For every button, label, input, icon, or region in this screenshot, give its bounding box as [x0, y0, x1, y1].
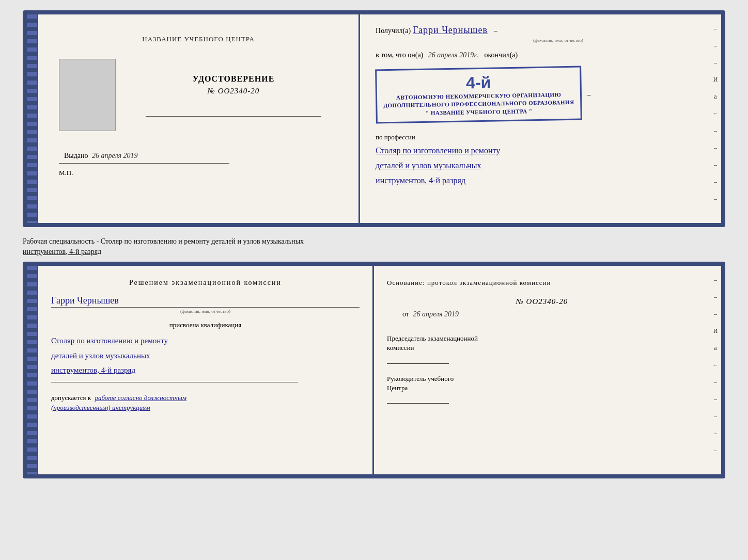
predsedatel-block: Председатель экзаменационной комиссии [387, 334, 697, 363]
vtom-date: 26 апреля 2019г. [428, 51, 478, 59]
okonchil-label: окончил(а) [485, 51, 518, 59]
profession-line2: деталей и узлов музыкальных [376, 158, 699, 173]
mp-label: М.П. [59, 169, 73, 177]
rukovoditel-signature-line [387, 403, 449, 404]
bottom-fio-label: (фамилия, имя, отчество) [51, 307, 360, 314]
vydano-date: 26 апреля 2019 [92, 152, 137, 159]
bottom-left-panel: Решением экзаменационной комиссии Гарри … [27, 266, 374, 474]
diploma-number: № OO2340-20 [208, 87, 260, 95]
diploma-right-content: Получил(а) Гарри Чернышев – (фамилия, им… [376, 25, 699, 188]
profession-line3: инструментов, 4-й разряд [376, 173, 699, 188]
ot-date-block: от 26 апреля 2019 [387, 310, 697, 318]
udostoverenie-label: УДОСТОВЕРЕНИЕ [193, 74, 275, 84]
bottom-left-strip [27, 266, 38, 474]
vydano-line: Выдано 26 апреля 2019 [64, 152, 343, 160]
qualification-line2: деталей и узлов музыкальных [51, 348, 360, 363]
qualification-line1: Столяр по изготовлению и ремонту [51, 333, 360, 348]
poluchil-line: Получил(а) Гарри Чернышев – [376, 25, 699, 36]
photo-placeholder [59, 59, 116, 131]
bottom-right-content: Основание: протокол экзаменационной коми… [387, 279, 697, 404]
stamp-4y-text: 4-й [383, 72, 574, 94]
subtitle-line1: Рабочая специальность - Столяр по изгото… [23, 237, 304, 245]
resheniyem-label: Решением экзаменационной комиссии [51, 279, 360, 287]
predsedatel-label: Председатель экзаменационной комиссии [387, 334, 697, 353]
qualification-line3: инструментов, 4-й разряд [51, 363, 360, 378]
vtom-label: в том, что он(а) [376, 51, 423, 59]
dopuskaetsya-prefix: допускается к [51, 394, 91, 402]
bottom-document: Решением экзаменационной комиссии Гарри … [23, 262, 725, 478]
diploma-document: НАЗВАНИЕ УЧЕБНОГО ЦЕНТРА УДОСТОВЕРЕНИЕ №… [23, 10, 725, 227]
left-decorative-strip [27, 14, 38, 223]
bottom-right-side-dashes: – – – И а ← – – – – – [710, 266, 721, 474]
dash-2: – [587, 91, 590, 99]
bottom-name-handwriting: Гарри Чернышев [51, 295, 360, 306]
bottom-right-panel: Основание: протокол экзаменационной коми… [374, 266, 721, 474]
po-professii-label: по профессии [376, 133, 699, 141]
protocol-number: № OO2340-20 [387, 297, 697, 306]
fio-subtitle-1: (фамилия, имя, отчество) [417, 38, 699, 43]
recipient-name: Гарри Чернышев [413, 25, 488, 36]
ot-date-value: 26 апреля 2019 [413, 310, 458, 318]
dopuskaetsya-block: допускается к работе согласно должностны… [51, 393, 360, 413]
right-side-dashes: – – – И а ← – – – – – [710, 14, 721, 223]
diploma-left-content: НАЗВАНИЕ УЧЕБНОГО ЦЕНТРА УДОСТОВЕРЕНИЕ №… [54, 30, 343, 177]
poluchil-label: Получил(а) [376, 27, 411, 35]
stamp-block: 4-й АВТОНОМНУЮ НЕКОММЕРЧЕСКУЮ ОРГАНИЗАЦИ… [375, 66, 582, 124]
dopuskaetsya-text1: работе согласно должностным [95, 394, 186, 402]
bottom-left-content: Решением экзаменационной комиссии Гарри … [51, 279, 360, 413]
dash-1: – [494, 27, 497, 35]
school-name-title: НАЗВАНИЕ УЧЕБНОГО ЦЕНТРА [142, 35, 254, 43]
vydano-label: Выдано [64, 152, 88, 159]
rukovoditel-block: Руководитель учебного Центра [387, 374, 697, 404]
ot-label: от [402, 310, 409, 318]
diploma-right-panel: Получил(а) Гарри Чернышев – (фамилия, им… [360, 14, 721, 223]
profession-line1: Столяр по изготовлению и ремонту [376, 143, 699, 158]
subtitle-line2: инструментов, 4-й разряд [23, 248, 101, 255]
dopuskaetsya-text2: (производственным) инструкциям [51, 404, 150, 411]
rukovoditel-label: Руководитель учебного Центра [387, 374, 697, 393]
predsedatel-signature-line [387, 363, 449, 364]
prisvoena-label: присвоена квалификация [51, 321, 360, 329]
osnovanie-label: Основание: протокол экзаменационной коми… [387, 279, 697, 287]
subtitle-block: Рабочая специальность - Столяр по изгото… [23, 236, 725, 257]
diploma-left-panel: НАЗВАНИЕ УЧЕБНОГО ЦЕНТРА УДОСТОВЕРЕНИЕ №… [27, 14, 360, 223]
vtom-line: в том, что он(а) 26 апреля 2019г. окончи… [376, 51, 699, 59]
